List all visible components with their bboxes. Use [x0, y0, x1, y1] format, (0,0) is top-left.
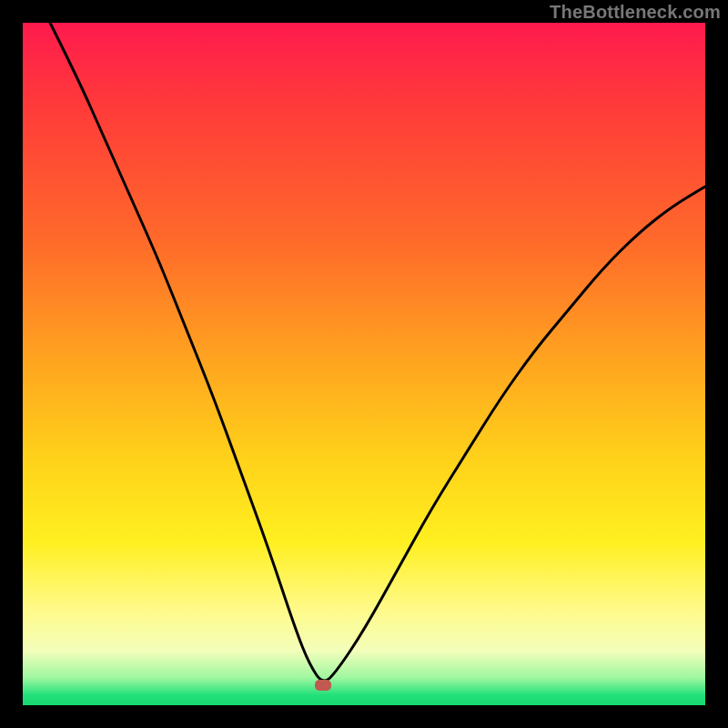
plot-area [23, 23, 705, 705]
watermark-text: TheBottleneck.com [550, 2, 721, 23]
chart-frame: TheBottleneck.com [0, 0, 728, 728]
optimal-marker [315, 680, 331, 691]
bottleneck-curve [23, 23, 705, 705]
